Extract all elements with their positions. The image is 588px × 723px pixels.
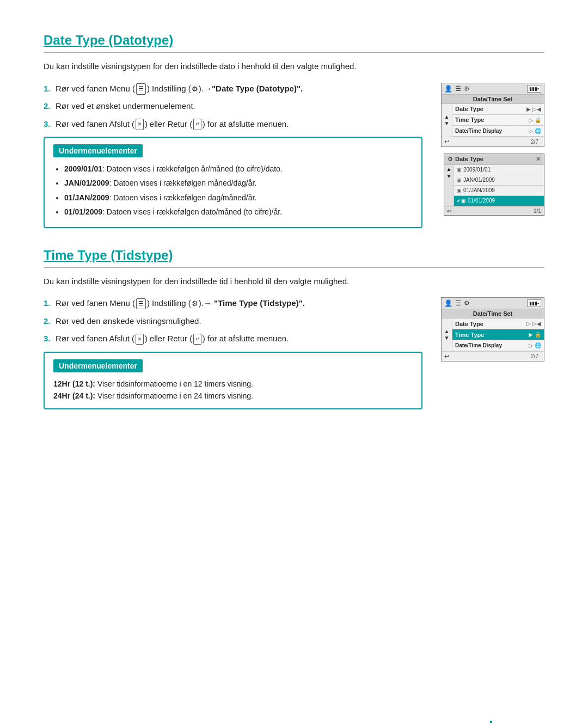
- submenu-item-bold: JAN/01/2009: [64, 179, 109, 187]
- section2-submenu-title: Undermenuelementer: [53, 359, 143, 372]
- widget1-label-datetimedisp: Date/Time Display: [455, 128, 529, 134]
- date-icon-1: ▣: [457, 167, 462, 173]
- widget2-popup: ⚙ Date Type ✕ ▲ ▼ ▣ 2009/01/01: [444, 154, 544, 216]
- section2-left: 1. Rør ved fanen Menu (☰) Indstilling (⚙…: [44, 297, 422, 409]
- submenu-item-bold: 01/01/2009: [64, 207, 102, 216]
- popup-back-icon: ↩: [447, 208, 451, 214]
- gear-icon: ⚙: [192, 84, 198, 95]
- popup-row-text-2: JAN/01/2009: [463, 177, 495, 183]
- section2-body: 1. Rør ved fanen Menu (☰) Indstilling (⚙…: [44, 297, 544, 409]
- step2-3-num: 3.: [44, 333, 56, 345]
- section1-right: 👤 ☰ ⚙ ▮▮▮▪ Date/Time Set ▲ ▼: [436, 83, 544, 228]
- widget1-side-nav: ▲ ▼: [442, 104, 452, 137]
- list-item: 01/JAN/2009: Datoen vises i rækkefølgen …: [64, 192, 413, 204]
- battery-icon: ▮▮▮▪: [527, 85, 541, 93]
- widget3-row-datetimedisp: Date/Time Display ▷ 🌐: [452, 340, 544, 351]
- submenu-item-bold: 01/JAN/2009: [64, 193, 109, 202]
- widget3-content: Date Type ▷ ▷◀ Time Type ▶ 🔒 Date/Time D…: [452, 318, 544, 351]
- step2-3: 3. Rør ved fanen Afslut (✕) eller Retur …: [44, 333, 422, 345]
- widget1-counter: 2/7: [528, 139, 541, 145]
- nav-down-btn[interactable]: ▼: [444, 335, 450, 341]
- widget1-value-datetimedisp: ▷ 🌐: [529, 128, 541, 134]
- close-icon: ✕: [136, 119, 144, 130]
- widget3-menu: 👤 ☰ ⚙ ▮▮▮▪ Date/Time Set ▲ ▼: [441, 297, 544, 362]
- section2-description: Du kan indstille visningstypen for den i…: [44, 275, 544, 288]
- step2-1-text: Rør ved fanen Menu (☰) Indstilling (⚙).→…: [56, 297, 305, 310]
- nav-up-btn[interactable]: ▲: [444, 329, 450, 334]
- menu-icon: ☰: [136, 83, 146, 95]
- section2-right: 👤 ☰ ⚙ ▮▮▮▪ Date/Time Set ▲ ▼: [436, 297, 544, 409]
- popup-nav-down[interactable]: ▼: [446, 173, 452, 179]
- step1-2-num: 2.: [44, 100, 56, 113]
- popup-row-text-3: 01/JAN/2009: [463, 187, 495, 193]
- menu-icon: ☰: [455, 299, 461, 307]
- step1-3-num: 3.: [44, 118, 56, 131]
- page-number-bar: [490, 721, 492, 723]
- section-date-type: Date Type (Datotype) Du kan indstille vi…: [44, 33, 544, 228]
- date-icon-2: ▣: [457, 177, 462, 183]
- widget1-footer: ↩ 2/7: [442, 137, 544, 146]
- widget1-content: Date Type ▶ ▷◀ Time Type ▷ 🔒 Date/Time D…: [452, 104, 544, 137]
- back-icon: ↩: [444, 353, 449, 360]
- section2-submenu-content: 12Hr (12 t.): Viser tidsinformatioerne i…: [53, 378, 413, 402]
- popup-row-text-4: 01/01/2009: [468, 198, 495, 204]
- section1-left: 1. Rør ved fanen Menu (☰) Indstilling (⚙…: [44, 83, 422, 228]
- page-number-container: 93: [490, 721, 507, 723]
- widget3-value-timetype: ▶ 🔒: [529, 332, 541, 338]
- nav-up-btn[interactable]: ▲: [444, 114, 450, 120]
- widget3-row-datetype: Date Type ▷ ▷◀: [452, 318, 544, 329]
- section1-submenu-list: 2009/01/01: Datoen vises i rækkefølgen å…: [53, 163, 413, 218]
- widget3-header: 👤 ☰ ⚙ ▮▮▮▪: [442, 298, 544, 309]
- step1-3: 3. Rør ved fanen Afslut (✕) eller Retur …: [44, 118, 422, 131]
- widget3-counter: 2/7: [528, 353, 541, 359]
- submenu-24hr-label: 24Hr (24 t.):: [53, 391, 95, 400]
- step1-1-text: Rør ved fanen Menu (☰) Indstilling (⚙).→…: [56, 83, 303, 95]
- checkmark-icon: ✔▣: [457, 198, 466, 204]
- nav-down-btn[interactable]: ▼: [444, 121, 450, 126]
- person-icon: 👤: [444, 85, 452, 93]
- section1-title: Date Type (Datotype): [44, 33, 544, 48]
- popup-row-4-selected[interactable]: ✔▣ 01/01/2009: [454, 196, 544, 206]
- widget3-label-datetimedisp: Date/Time Display: [455, 342, 529, 348]
- widget1-value-timetype: ▷ 🔒: [529, 117, 541, 123]
- popup-close-icon[interactable]: ✕: [536, 156, 541, 163]
- widget1-title-row: Date/Time Set: [442, 95, 544, 104]
- back-icon: ↩: [444, 138, 449, 145]
- widget3-body: ▲ ▼ Date Type ▷ ▷◀ Time Type ▶ 🔒: [442, 318, 544, 351]
- widget1-row-datetype: Date Type ▶ ▷◀: [452, 104, 544, 115]
- popup-content: ▣ 2009/01/01 ▣ JAN/01/2009 ▣ 01/JAN/2009: [454, 165, 544, 206]
- return-icon: ↩: [193, 334, 201, 345]
- widget3-footer: ↩ 2/7: [442, 351, 544, 361]
- person-icon: 👤: [444, 299, 452, 307]
- list-item: JAN/01/2009: Datoen vises i rækkefølgen …: [64, 177, 413, 189]
- popup-footer: ↩ 1/1: [444, 206, 544, 215]
- widget1-value-datetype: ▶ ▷◀: [526, 106, 541, 112]
- popup-nav-up[interactable]: ▲: [446, 166, 452, 172]
- popup-row-3: ▣ 01/JAN/2009: [454, 186, 544, 196]
- popup-body: ▲ ▼ ▣ 2009/01/01 ▣ JAN/01/2009: [444, 165, 544, 206]
- step2-3-text: Rør ved fanen Afslut (✕) eller Retur (↩)…: [56, 333, 289, 345]
- widget1-row-datetimedisp: Date/Time Display ▷ 🌐: [452, 126, 544, 137]
- widget1-label-timetype: Time Type: [455, 117, 529, 123]
- section1-divider: [44, 52, 544, 53]
- gear-icon: ⚙: [448, 156, 453, 163]
- section2-divider: [44, 267, 544, 268]
- popup-row-2: ▣ JAN/01/2009: [454, 175, 544, 186]
- widget3-value-datetimedisp: ▷ 🌐: [529, 342, 541, 348]
- widget3-row-timetype-highlighted: Time Type ▶ 🔒: [452, 329, 544, 340]
- widget1-body: ▲ ▼ Date Type ▶ ▷◀ Time Type ▷ 🔒: [442, 104, 544, 137]
- step2-1: 1. Rør ved fanen Menu (☰) Indstilling (⚙…: [44, 297, 422, 310]
- section2-submenu: Undermenuelementer 12Hr (12 t.): Viser t…: [44, 352, 422, 410]
- menu-icon: ☰: [455, 85, 461, 93]
- date-icon-3: ▣: [457, 188, 462, 193]
- widget3-label-datetype: Date Type: [455, 321, 526, 327]
- section2-steps: 1. Rør ved fanen Menu (☰) Indstilling (⚙…: [44, 297, 422, 345]
- section1-steps: 1. Rør ved fanen Menu (☰) Indstilling (⚙…: [44, 83, 422, 131]
- section1-submenu-title: Undermenuelementer: [53, 144, 143, 157]
- list-item: 01/01/2009: Datoen vises i rækkefølgen d…: [64, 206, 413, 218]
- step2-1-num: 1.: [44, 297, 56, 310]
- step1-2-text: Rør ved et ønsket undermenuelement.: [56, 100, 195, 113]
- battery-icon: ▮▮▮▪: [527, 299, 541, 307]
- section-time-type: Time Type (Tidstype) Du kan indstille vi…: [44, 248, 544, 410]
- list-item: 2009/01/01: Datoen vises i rækkefølgen å…: [64, 163, 413, 175]
